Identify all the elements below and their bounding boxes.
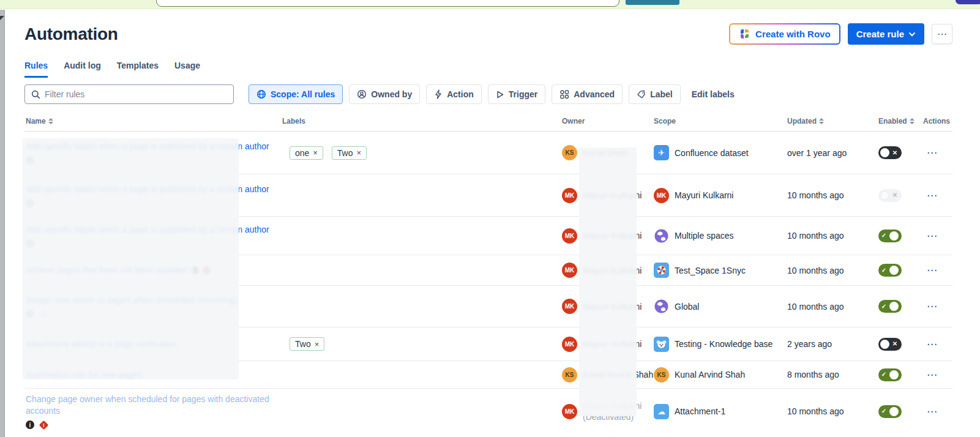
globe-icon: [256, 89, 266, 99]
filter-bar: Scope: All rules Owned by Action Trigger: [24, 84, 980, 104]
multiple-spaces-globe-icon: [654, 228, 669, 244]
page-title: Automation: [24, 24, 118, 44]
row-actions-button[interactable]: ⋯: [923, 188, 942, 203]
label-chip[interactable]: one ×: [290, 146, 323, 160]
table-row: Change page owner when scheduled for pag…: [24, 389, 952, 434]
left-scroll-rail[interactable]: [0, 10, 5, 437]
play-icon: [496, 90, 504, 99]
row-actions-button[interactable]: ⋯: [923, 367, 942, 383]
chrome-search-button[interactable]: [626, 0, 679, 5]
scope-label: Mayuri Kulkarni: [675, 190, 733, 200]
column-header-labels: Labels: [282, 113, 562, 131]
scope-label: Testing - Knowledge base: [675, 339, 772, 349]
advanced-filter-button[interactable]: Advanced: [552, 84, 623, 104]
privacy-blur-overlay: [579, 148, 637, 416]
create-with-rovo-button[interactable]: Create with Rovo: [730, 24, 839, 43]
space-lifebuoy-icon: [654, 263, 669, 278]
person-icon: [357, 89, 367, 99]
owner-avatar: MK: [562, 299, 577, 314]
header-actions: Create with Rovo Create rule ⋯: [729, 23, 952, 45]
row-actions-button[interactable]: ⋯: [923, 145, 942, 160]
tab-rules[interactable]: Rules: [24, 61, 48, 78]
enabled-toggle: ✕: [878, 189, 902, 202]
create-with-rovo-label: Create with Rovo: [755, 29, 831, 39]
enabled-toggle[interactable]: ✓: [878, 368, 902, 381]
rule-name-link[interactable]: Change page owner when scheduled for pag…: [26, 394, 269, 416]
action-filter-button[interactable]: Action: [426, 84, 482, 104]
owner-avatar: KS: [562, 145, 577, 160]
row-actions-button[interactable]: ⋯: [923, 404, 942, 419]
tab-audit-log[interactable]: Audit log: [64, 61, 101, 78]
chrome-search-field[interactable]: [156, 0, 619, 7]
label-chip[interactable]: Two ×: [290, 337, 324, 351]
row-actions-button[interactable]: ⋯: [923, 337, 942, 352]
updated-text: 10 months ago: [787, 226, 878, 245]
edit-labels-button[interactable]: Edit labels: [692, 89, 735, 99]
privacy-blur-overlay: [23, 138, 239, 379]
column-header-enabled[interactable]: Enabled: [878, 113, 923, 131]
column-header-scope: Scope: [654, 113, 787, 131]
filter-rules-input[interactable]: [45, 89, 227, 99]
tab-usage[interactable]: Usage: [174, 61, 200, 78]
enabled-toggle[interactable]: ✕: [878, 146, 902, 159]
table-header-row: Name Labels Owner Scope Updated Enabled …: [24, 113, 952, 132]
owner-avatar: MK: [562, 263, 577, 278]
browser-chrome-strip: [0, 0, 980, 9]
scope-label: Confluence dataset: [675, 148, 749, 158]
page-header: Automation Create with Rovo: [24, 23, 952, 45]
rail-collapse-icon[interactable]: [0, 16, 4, 20]
tab-bar: Rules Audit log Templates Usage: [24, 61, 980, 78]
enabled-toggle[interactable]: ✓: [878, 264, 902, 277]
personal-space-avatar: MK: [654, 188, 669, 203]
space-plane-icon: ✈: [654, 145, 669, 160]
sort-icon: [48, 118, 53, 124]
filter-rules-field[interactable]: [24, 84, 234, 104]
row-actions-button[interactable]: ⋯: [923, 263, 942, 278]
workflow-icon: [559, 89, 569, 99]
label-filter-button[interactable]: Label: [629, 84, 681, 104]
scope-filter-button[interactable]: Scope: All rules: [249, 84, 343, 104]
updated-text: 8 months ago: [787, 365, 878, 384]
owner-avatar: MK: [562, 188, 577, 203]
scope-label: Global: [675, 302, 699, 312]
scope-label: Test_Space 1Snyc: [675, 266, 746, 275]
enabled-toggle[interactable]: ✓: [878, 230, 902, 242]
lightning-icon: [434, 89, 443, 99]
enabled-toggle[interactable]: ✕: [878, 338, 902, 351]
page-more-button[interactable]: ⋯: [932, 24, 952, 44]
column-header-name[interactable]: Name: [24, 113, 282, 131]
remove-label-icon[interactable]: ×: [313, 148, 318, 157]
remove-label-icon[interactable]: ×: [357, 148, 362, 157]
label-filter-label: Label: [650, 89, 673, 99]
scope-label: Multiple spaces: [675, 231, 734, 241]
column-header-updated[interactable]: Updated: [787, 113, 878, 131]
scope-filter-label: Scope: All rules: [271, 89, 335, 99]
column-header-owner: Owner: [562, 113, 654, 131]
trigger-filter-button[interactable]: Trigger: [488, 84, 545, 104]
tag-icon: [637, 90, 646, 99]
row-actions-button[interactable]: ⋯: [923, 228, 942, 244]
global-globe-icon: [654, 299, 669, 314]
tab-templates[interactable]: Templates: [117, 61, 159, 78]
info-icon[interactable]: i: [26, 420, 34, 429]
owner-avatar: MK: [562, 337, 577, 352]
sort-icon: [910, 118, 915, 124]
create-with-rovo-border: Create with Rovo: [729, 23, 840, 45]
updated-text: 2 years ago: [787, 334, 878, 354]
row-actions-button[interactable]: ⋯: [923, 299, 942, 314]
updated-text: 10 months ago: [787, 297, 878, 316]
enabled-toggle[interactable]: ✓: [878, 405, 902, 418]
chevron-down-icon: [908, 32, 916, 37]
column-header-actions: Actions: [923, 113, 952, 131]
owned-by-filter-label: Owned by: [371, 89, 412, 99]
error-icon: !: [39, 420, 49, 430]
enabled-toggle[interactable]: ✓: [878, 300, 902, 313]
search-icon: [31, 90, 40, 99]
remove-label-icon[interactable]: ×: [315, 340, 320, 349]
space-cloud-icon: ☁: [654, 404, 669, 419]
owned-by-filter-button[interactable]: Owned by: [349, 84, 420, 104]
label-chip[interactable]: Two ×: [332, 146, 367, 160]
updated-text: 10 months ago: [787, 402, 878, 421]
updated-text: over 1 year ago: [787, 143, 878, 163]
create-rule-button[interactable]: Create rule: [848, 23, 924, 45]
